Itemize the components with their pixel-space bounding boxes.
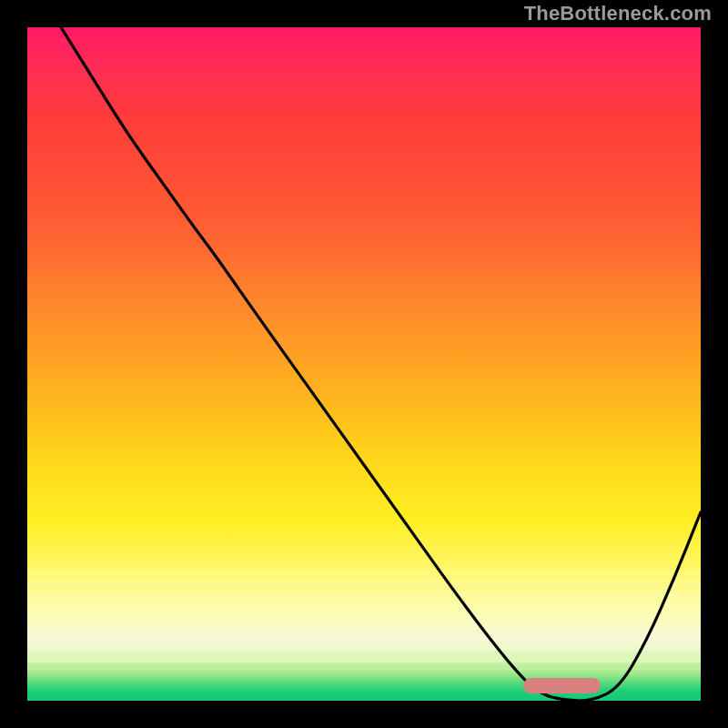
optimal-range-marker (523, 678, 601, 693)
plot-area (27, 27, 701, 701)
chart-frame: TheBottleneck.com (0, 0, 728, 728)
curve-layer (27, 27, 701, 701)
watermark-text: TheBottleneck.com (524, 2, 712, 25)
bottleneck-curve (61, 27, 701, 701)
